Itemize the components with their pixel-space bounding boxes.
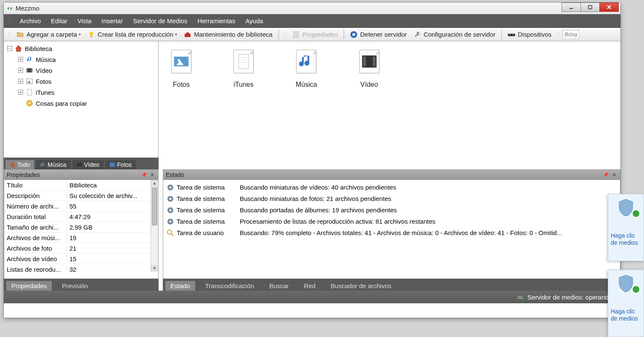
property-row[interactable]: Archivos de foto21 [4, 243, 158, 254]
content-item-label: Vídeo [360, 81, 378, 88]
subtab-red[interactable]: Red [299, 281, 321, 291]
status-panel: Estado 📌 ✕ Tarea de sistemaBuscando mini… [163, 169, 620, 279]
content-item[interactable]: Música [296, 50, 317, 88]
statusbar: Servidor de medios: operando [4, 291, 620, 303]
tree-item-musica[interactable]: + Música [4, 54, 158, 65]
toolbar-grip-icon[interactable]: ⋮ [557, 32, 561, 37]
stop-server-label: Detener servidor [360, 31, 407, 38]
properties-button: Propiedades [289, 30, 341, 39]
tab-todo[interactable]: Todo [5, 160, 34, 169]
subtab-propiedades[interactable]: Propiedades [6, 281, 52, 291]
close-button[interactable] [599, 3, 619, 12]
scroll-thumb[interactable] [152, 187, 157, 225]
tree-item-fotos[interactable]: + Fotos [4, 76, 158, 87]
property-row[interactable]: Tamaño de archi...2,99 GB [4, 222, 158, 233]
add-folder-button[interactable]: Agregar a carpeta ▾ [13, 30, 84, 39]
subtab-transcodificacion[interactable]: Transcodificación [200, 281, 259, 291]
svg-rect-11 [510, 34, 510, 35]
property-row[interactable]: Archivos de músi...19 [4, 233, 158, 243]
pin-icon[interactable]: 📌 [602, 171, 609, 178]
search-icon [167, 229, 174, 237]
menubar: ⋮ Archivo Editar Vista Insertar Servidor… [4, 14, 620, 28]
expand-icon[interactable]: + [18, 68, 23, 73]
notification-toast[interactable]: Haga clicde medios [608, 270, 644, 337]
status-row[interactable]: Tarea de usuarioBuscando: 79% completo -… [163, 227, 620, 238]
svg-rect-28 [363, 57, 366, 67]
property-row[interactable]: Duración total4:47:29 [4, 211, 158, 222]
status-row[interactable]: Tarea de sistemaBuscando miniaturas de v… [163, 182, 620, 193]
tree-item-label: iTunes [36, 89, 54, 96]
property-row[interactable]: Listas de reprodu...32 [4, 264, 158, 272]
titlebar[interactable]: Mezzmo [4, 3, 620, 14]
expand-icon[interactable]: + [18, 90, 23, 95]
scroll-down-icon[interactable]: ▼ [151, 265, 158, 272]
maximize-button[interactable] [580, 3, 600, 12]
expand-icon[interactable]: + [18, 57, 23, 62]
property-row[interactable]: Archivos de vídeo15 [4, 254, 158, 264]
property-row[interactable]: TítuloBiblioteca [4, 180, 158, 190]
content-item[interactable]: iTunes [233, 50, 254, 88]
minimize-button[interactable] [562, 3, 581, 12]
status-row[interactable]: Tarea de sistemaBuscando miniaturas de f… [163, 193, 620, 204]
status-row[interactable]: Tarea de sistemaBuscando portadas de álb… [163, 204, 620, 216]
svg-rect-17 [27, 89, 32, 95]
tree-item-itunes[interactable]: + iTunes [4, 87, 158, 98]
notification-toast[interactable]: Haga clicde medios [608, 194, 644, 261]
property-value: 19 [66, 234, 158, 241]
tab-video[interactable]: Vídeo [72, 160, 104, 169]
menubar-grip-icon[interactable]: ⋮ [7, 18, 12, 24]
server-config-button[interactable]: Configuración de servidor [410, 30, 499, 39]
toolbar: ⋮ Agregar a carpeta ▾ Crear lista de rep… [4, 28, 620, 41]
properties-icon [292, 31, 300, 38]
task-kind: Tarea de sistema [177, 195, 236, 202]
menu-vista[interactable]: Vista [72, 16, 96, 26]
content-item[interactable]: Vídeo [359, 50, 379, 88]
maintenance-button[interactable]: Mantenimiento de biblioteca [180, 30, 276, 39]
content-item[interactable]: Fotos [171, 50, 191, 88]
content-item-label: iTunes [233, 81, 253, 88]
stop-icon [350, 31, 358, 38]
menu-servidor[interactable]: Servidor de Medios [128, 16, 192, 26]
video-icon [359, 50, 379, 73]
add-folder-label: Agregar a carpeta [27, 31, 77, 38]
create-playlist-button[interactable]: Crear lista de reproducción ▾ [84, 30, 180, 39]
subtab-buscador[interactable]: Buscador de archivos [326, 281, 396, 291]
property-row[interactable]: DescripciónSu colección de archiv... [4, 190, 158, 201]
collapse-icon[interactable]: − [7, 46, 12, 51]
subtab-prevision[interactable]: Previsión [57, 281, 93, 291]
stop-server-button[interactable]: Detener servidor [347, 30, 410, 39]
tree-item-cosas[interactable]: Cosas para copiar [4, 98, 158, 109]
status-row[interactable]: Tarea de sistemaProcesamiento de listas … [163, 216, 620, 227]
scrollbar[interactable]: ▲ ▼ [151, 180, 158, 272]
video-icon [26, 67, 33, 74]
scroll-up-icon[interactable]: ▲ [151, 180, 158, 187]
menu-insertar[interactable]: Insertar [96, 16, 128, 26]
photo-icon [109, 162, 115, 168]
menu-editar[interactable]: Editar [46, 16, 72, 26]
tree-item-video[interactable]: + Vídeo [4, 65, 158, 76]
task-kind: Tarea de sistema [177, 184, 236, 191]
content-view[interactable]: FotosiTunesMúsicaVídeo [159, 41, 620, 158]
search-input[interactable] [562, 30, 579, 39]
devices-button[interactable]: Dispositivos [504, 30, 555, 39]
menu-ayuda[interactable]: Ayuda [240, 16, 268, 26]
pin-icon[interactable]: 📌 [140, 171, 147, 178]
subtab-buscar[interactable]: Buscar [264, 281, 294, 291]
svg-rect-29 [373, 57, 375, 67]
menu-archivo[interactable]: Archivo [15, 16, 46, 26]
property-row[interactable]: Número de archi...55 [4, 201, 158, 211]
expand-icon[interactable]: + [18, 79, 23, 84]
subtab-estado[interactable]: Estado [165, 281, 195, 291]
close-panel-icon[interactable]: ✕ [149, 171, 156, 178]
tab-fotos[interactable]: Fotos [105, 160, 136, 169]
toolbar-grip-icon[interactable]: ⋮ [7, 32, 11, 37]
property-value: 2,99 GB [66, 224, 158, 231]
menu-herramientas[interactable]: Herramientas [192, 16, 240, 26]
tree-root[interactable]: − Biblioteca [4, 43, 158, 54]
status-panel-title: Estado [166, 171, 601, 178]
svg-point-39 [170, 220, 172, 222]
tab-musica[interactable]: Música [36, 160, 70, 169]
close-panel-icon[interactable]: ✕ [611, 171, 617, 178]
task-kind: Tarea de usuario [177, 229, 236, 236]
toolbar-grip-icon[interactable]: ⋮ [283, 32, 287, 37]
